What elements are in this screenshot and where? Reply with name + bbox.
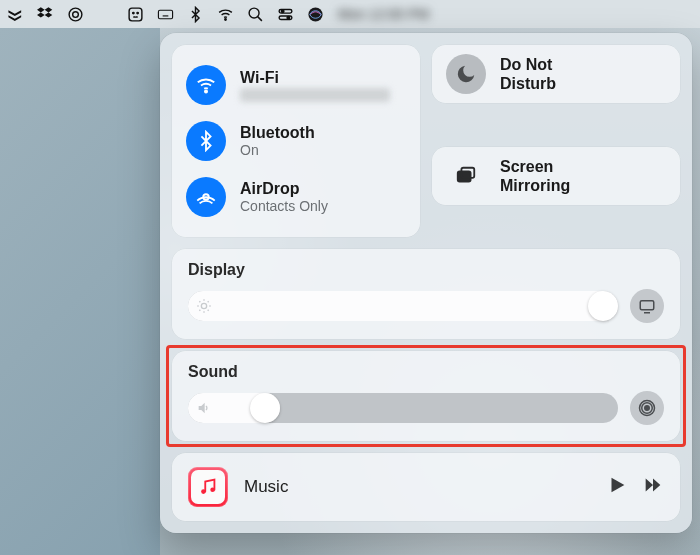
svg-point-4 bbox=[136, 12, 137, 13]
wifi-menubar-icon[interactable] bbox=[210, 0, 240, 28]
screen-mirroring-icon bbox=[446, 156, 486, 196]
brightness-low-icon bbox=[196, 298, 212, 314]
desktop-wallpaper bbox=[0, 28, 160, 555]
siri-icon[interactable] bbox=[300, 0, 330, 28]
svg-point-1 bbox=[72, 11, 78, 17]
sound-slider-thumb[interactable] bbox=[250, 393, 280, 423]
display-card: Display bbox=[172, 249, 680, 339]
menubar-face-icon[interactable] bbox=[120, 0, 150, 28]
sound-title: Sound bbox=[188, 363, 664, 381]
bluetooth-icon bbox=[186, 121, 226, 161]
menubar-circle-icon[interactable] bbox=[60, 0, 90, 28]
svg-point-9 bbox=[281, 10, 284, 13]
svg-point-17 bbox=[201, 303, 206, 308]
next-track-button[interactable] bbox=[642, 474, 664, 500]
play-button[interactable] bbox=[606, 474, 628, 500]
now-playing-card[interactable]: Music bbox=[172, 453, 680, 521]
display-slider-thumb[interactable] bbox=[588, 291, 618, 321]
svg-point-13 bbox=[205, 90, 207, 92]
menubar: Mon 12:00 PM bbox=[0, 0, 700, 28]
svg-point-3 bbox=[132, 12, 133, 13]
airdrop-status: Contacts Only bbox=[240, 198, 328, 215]
svg-point-22 bbox=[201, 489, 206, 494]
menubar-keyboard-icon[interactable] bbox=[150, 0, 180, 28]
svg-point-11 bbox=[287, 16, 290, 19]
wifi-title: Wi-Fi bbox=[240, 68, 390, 87]
volume-low-icon bbox=[196, 400, 212, 416]
svg-point-12 bbox=[308, 7, 322, 21]
svg-point-23 bbox=[210, 487, 215, 492]
svg-rect-18 bbox=[640, 301, 654, 310]
control-center-panel: Wi-Fi Bluetooth On AirDrop Contacts Only bbox=[160, 33, 692, 533]
svg-rect-2 bbox=[129, 8, 142, 21]
bluetooth-status: On bbox=[240, 142, 315, 159]
connectivity-card: Wi-Fi Bluetooth On AirDrop Contacts Only bbox=[172, 45, 420, 237]
svg-point-19 bbox=[645, 406, 650, 411]
sound-card: Sound bbox=[172, 351, 680, 441]
wifi-network-name bbox=[240, 88, 390, 102]
svg-point-7 bbox=[249, 8, 259, 18]
airdrop-row[interactable]: AirDrop Contacts Only bbox=[186, 169, 406, 225]
music-title: Music bbox=[244, 477, 288, 497]
airdrop-title: AirDrop bbox=[240, 179, 328, 198]
svg-point-6 bbox=[224, 18, 225, 19]
svg-point-0 bbox=[69, 8, 82, 21]
control-center-menubar-icon[interactable] bbox=[270, 0, 300, 28]
bluetooth-row[interactable]: Bluetooth On bbox=[186, 113, 406, 169]
bluetooth-menubar-icon[interactable] bbox=[180, 0, 210, 28]
airdrop-icon bbox=[186, 177, 226, 217]
music-app-icon bbox=[188, 467, 228, 507]
menubar-clock[interactable]: Mon 12:00 PM bbox=[330, 6, 437, 22]
wifi-icon bbox=[186, 65, 226, 105]
sound-volume-slider[interactable] bbox=[188, 393, 618, 423]
sound-output-button[interactable] bbox=[630, 391, 664, 425]
dropbox-icon[interactable] bbox=[30, 0, 60, 28]
spotlight-icon[interactable] bbox=[240, 0, 270, 28]
display-brightness-slider[interactable] bbox=[188, 291, 618, 321]
display-title: Display bbox=[188, 261, 664, 279]
bluetooth-title: Bluetooth bbox=[240, 123, 315, 142]
mirror-title: Screen Mirroring bbox=[500, 157, 610, 195]
screen-mirroring-card[interactable]: Screen Mirroring bbox=[432, 147, 680, 205]
display-options-button[interactable] bbox=[630, 289, 664, 323]
dnd-title: Do Not Disturb bbox=[500, 55, 610, 93]
svg-rect-5 bbox=[158, 10, 172, 19]
wifi-row[interactable]: Wi-Fi bbox=[186, 57, 406, 113]
do-not-disturb-card[interactable]: Do Not Disturb bbox=[432, 45, 680, 103]
menubar-app-icon[interactable] bbox=[0, 0, 30, 28]
moon-icon bbox=[446, 54, 486, 94]
svg-rect-15 bbox=[458, 171, 471, 181]
